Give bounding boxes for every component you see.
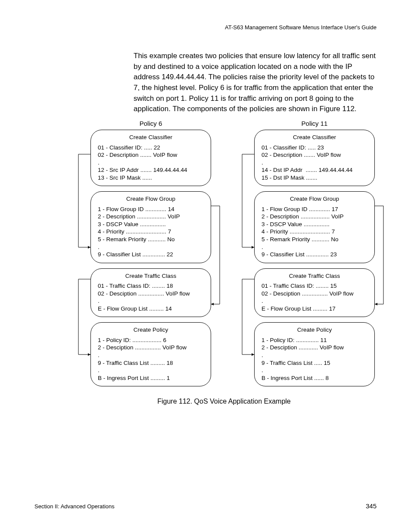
box-title: Create Policy xyxy=(262,326,367,334)
box-title: Create Classifier xyxy=(98,134,204,141)
box-title: Create Flow Group xyxy=(262,195,367,203)
box-create-traffic-class: Create Traffic Class 01 - Traffic Class … xyxy=(90,268,211,317)
policy-title: Policy 11 xyxy=(254,120,375,127)
policy-column-left: Policy 6 Create Classifier 01 - Classifi… xyxy=(90,120,211,392)
box-title: Create Traffic Class xyxy=(98,272,204,280)
box-create-policy: Create Policy 1 - Policy ID: ...........… xyxy=(90,322,211,386)
box-create-flow-group: Create Flow Group 1 - Flow Group ID ....… xyxy=(254,191,375,263)
box-create-policy: Create Policy 1 - Policy ID: ...........… xyxy=(254,322,375,386)
box-create-classifier: Create Classifier 01 - Classifier ID: ..… xyxy=(90,130,211,186)
footer-section: Section II: Advanced Operations xyxy=(34,503,115,510)
policy-title: Policy 6 xyxy=(90,120,211,127)
box-create-flow-group: Create Flow Group 1 - Flow Group ID ....… xyxy=(90,191,211,263)
page-header: AT-S63 Management Software Menus Interfa… xyxy=(225,24,377,31)
box-title: Create Policy xyxy=(98,326,204,334)
box-create-classifier: Create Classifier 01 - Classifier ID: ..… xyxy=(254,130,375,186)
box-title: Create Traffic Class xyxy=(262,272,367,280)
box-title: Create Flow Group xyxy=(98,195,204,203)
box-create-traffic-class: Create Traffic Class 01 - Traffic Class … xyxy=(254,268,375,317)
page-number: 345 xyxy=(366,502,377,510)
policy-column-right: Policy 11 Create Classifier 01 - Classif… xyxy=(254,120,375,392)
figure-caption: Figure 112. QoS Voice Application Exampl… xyxy=(73,398,375,405)
body-paragraph: This example creates two policies that e… xyxy=(134,51,377,115)
box-title: Create Classifier xyxy=(262,134,367,141)
